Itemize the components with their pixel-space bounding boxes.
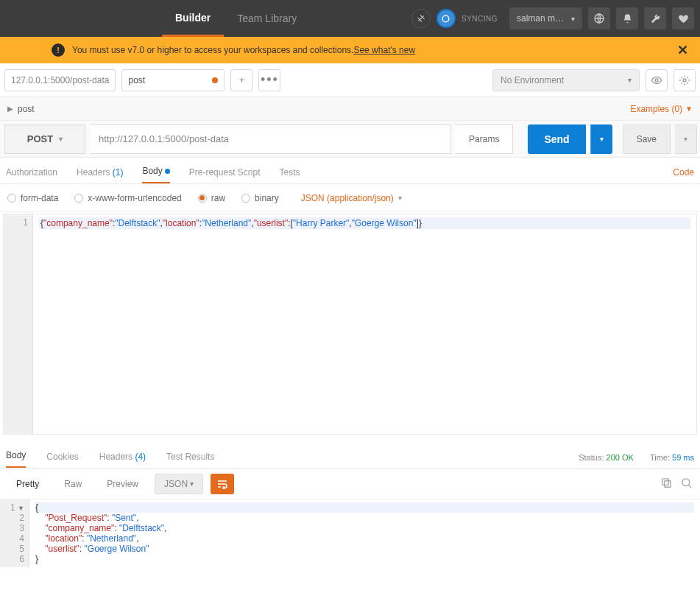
tab-headers[interactable]: Headers (1) [77, 167, 123, 183]
sync-status-text: SYNCING [462, 15, 498, 23]
svg-rect-4 [665, 480, 671, 487]
sync-icon[interactable] [436, 9, 456, 28]
top-header: Builder Team Library SYNCING salman m…▾ [0, 0, 700, 37]
save-button[interactable]: Save [623, 124, 671, 154]
svg-point-2 [655, 79, 658, 82]
radio-raw[interactable]: raw [198, 193, 225, 203]
response-body-editor[interactable]: 1 ▼ 2 3 4 5 6 { "Post_Request": "Sent", … [0, 499, 700, 567]
wrench-icon[interactable] [644, 7, 666, 29]
save-options-button[interactable]: ▾ [675, 124, 697, 154]
response-tabs: Body Cookies Headers (4) Test Results St… [0, 442, 700, 469]
params-button[interactable]: Params [456, 124, 513, 154]
editor-gutter: 1 [4, 214, 33, 434]
caret-right-icon: ▶ [7, 105, 13, 113]
response-toolbar: Pretty Raw Preview JSON ▾ [0, 469, 700, 499]
tab-options-button[interactable]: ••• [258, 69, 280, 91]
tab-authorization[interactable]: Authorization [6, 167, 57, 183]
bell-icon[interactable] [616, 7, 638, 29]
radio-formdata[interactable]: form-data [7, 193, 58, 203]
view-pretty[interactable]: Pretty [7, 474, 48, 494]
request-bar: POST▾ http://127.0.0.1:5000/post-data Pa… [0, 121, 700, 158]
svg-rect-5 [662, 478, 669, 485]
request-body-editor[interactable]: 1 {"company_name":"Delftstack","location… [3, 214, 697, 435]
new-tab-button[interactable]: + [230, 69, 252, 91]
response-tab-headers[interactable]: Headers (4) [99, 452, 146, 468]
search-icon[interactable] [680, 477, 693, 491]
request-tab-2[interactable]: post [121, 69, 225, 91]
manage-env-icon[interactable] [674, 69, 696, 91]
response-tab-tests[interactable]: Test Results [166, 452, 214, 468]
radio-urlencoded[interactable]: x-www-form-urlencoded [74, 193, 181, 203]
request-tabs-row: 127.0.0.1:5000/post-data post + ••• No E… [0, 63, 700, 97]
body-filled-dot [165, 169, 170, 174]
wrap-lines-button[interactable] [211, 474, 234, 494]
send-button[interactable]: Send [528, 124, 585, 154]
view-preview[interactable]: Preview [98, 474, 147, 494]
tab-prerequest[interactable]: Pre-request Script [189, 167, 261, 183]
response-tab-cookies[interactable]: Cookies [46, 452, 78, 468]
code-link[interactable]: Code [673, 167, 694, 183]
content-type-dropdown[interactable]: JSON (application/json)▾ [301, 193, 402, 203]
notice-text: You must use v7.0 or higher to access yo… [72, 45, 353, 55]
alert-icon: ! [52, 43, 65, 57]
response-lang-dropdown[interactable]: JSON ▾ [155, 474, 203, 494]
body-type-radios: form-data x-www-form-urlencoded raw bina… [0, 184, 700, 212]
request-tab-1[interactable]: 127.0.0.1:5000/post-data [4, 69, 116, 91]
svg-point-3 [683, 79, 686, 82]
upgrade-notice-bar: ! You must use v7.0 or higher to access … [0, 37, 700, 63]
quick-look-icon[interactable] [646, 69, 668, 91]
globe-icon[interactable] [588, 7, 610, 29]
view-raw[interactable]: Raw [55, 474, 91, 494]
response-gutter: 1 ▼ 2 3 4 5 6 [0, 499, 29, 567]
radio-binary[interactable]: binary [241, 193, 279, 203]
time-metric: Time: 59 ms [650, 453, 694, 462]
svg-point-0 [443, 15, 450, 22]
close-icon[interactable]: ✕ [677, 42, 688, 58]
request-name: post [18, 104, 35, 114]
status-metric: Status: 200 OK [579, 453, 634, 462]
method-dropdown[interactable]: POST▾ [4, 124, 85, 154]
nav-builder-tab[interactable]: Builder [162, 0, 224, 37]
svg-point-6 [682, 478, 690, 485]
examples-dropdown[interactable]: Examples (0) ▼ [630, 104, 693, 114]
nav-team-tab[interactable]: Team Library [224, 0, 310, 37]
breadcrumb: ▶ post Examples (0) ▼ [0, 97, 700, 121]
response-tab-body[interactable]: Body [6, 450, 26, 468]
tab-tests[interactable]: Tests [279, 167, 300, 183]
user-dropdown[interactable]: salman m…▾ [509, 7, 582, 29]
satellite-icon[interactable] [411, 9, 431, 28]
url-input[interactable]: http://127.0.0.1:5000/post-data [90, 124, 451, 154]
send-options-button[interactable]: ▾ [590, 124, 612, 154]
environment-dropdown[interactable]: No Environment▾ [492, 69, 640, 91]
request-subtabs: Authorization Headers (1) Body Pre-reque… [0, 158, 700, 184]
notice-link[interactable]: See what's new [353, 45, 415, 55]
unsaved-dot-icon [212, 77, 218, 83]
tab-body[interactable]: Body [142, 166, 169, 183]
heart-icon[interactable] [672, 7, 694, 29]
copy-icon[interactable] [660, 477, 673, 491]
